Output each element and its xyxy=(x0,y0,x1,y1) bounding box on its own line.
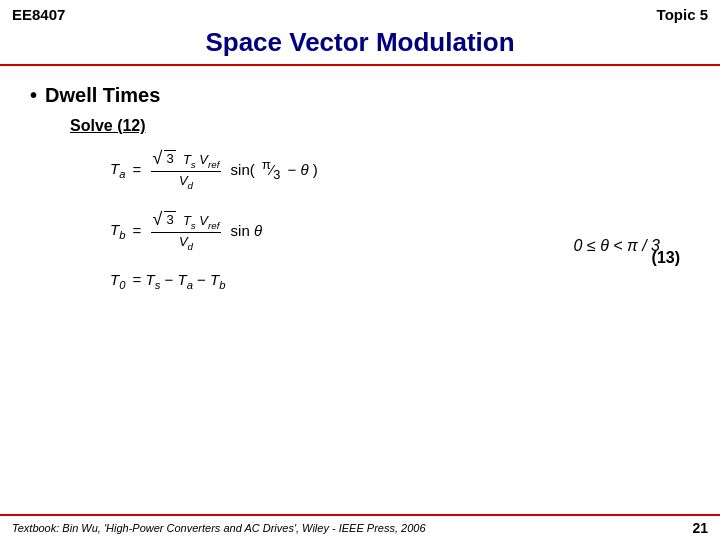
eq3-lhs: T0 xyxy=(110,271,125,291)
equations-block: Ta = √3 Ts Vref Vd sin( π⁄3 − θ ) Tb = xyxy=(110,149,690,291)
footer-textbook: Textbook: Bin Wu, 'High-Power Converters… xyxy=(12,522,426,534)
footer: Textbook: Bin Wu, 'High-Power Converters… xyxy=(0,514,720,540)
content-area: • Dwell Times Solve (12) Ta = √3 Ts Vref… xyxy=(0,66,720,321)
equation-1: Ta = √3 Ts Vref Vd sin( π⁄3 − θ ) xyxy=(110,149,690,190)
title-section: Space Vector Modulation xyxy=(0,25,720,66)
page-number: 21 xyxy=(692,520,708,536)
subsection-label: Solve (12) xyxy=(70,117,690,135)
bullet-text: Dwell Times xyxy=(45,84,160,107)
eq1-frac: √3 Ts Vref Vd xyxy=(151,149,222,190)
header: EE8407 Topic 5 xyxy=(0,0,720,25)
condition-text: 0 ≤ θ < π / 3 xyxy=(574,237,660,255)
equation-number: (13) xyxy=(652,249,680,267)
eq2-frac: √3 Ts Vref Vd xyxy=(151,210,222,251)
equation-3: T0 = Ts − Ta − Tb xyxy=(110,271,690,291)
topic-label: Topic 5 xyxy=(657,6,708,23)
bullet-item: • Dwell Times xyxy=(30,84,690,107)
eq1-lhs: Ta xyxy=(110,160,125,180)
bullet-dot: • xyxy=(30,84,37,107)
slide-title: Space Vector Modulation xyxy=(205,27,514,57)
course-id: EE8407 xyxy=(12,6,65,23)
eq2-lhs: Tb xyxy=(110,221,125,241)
